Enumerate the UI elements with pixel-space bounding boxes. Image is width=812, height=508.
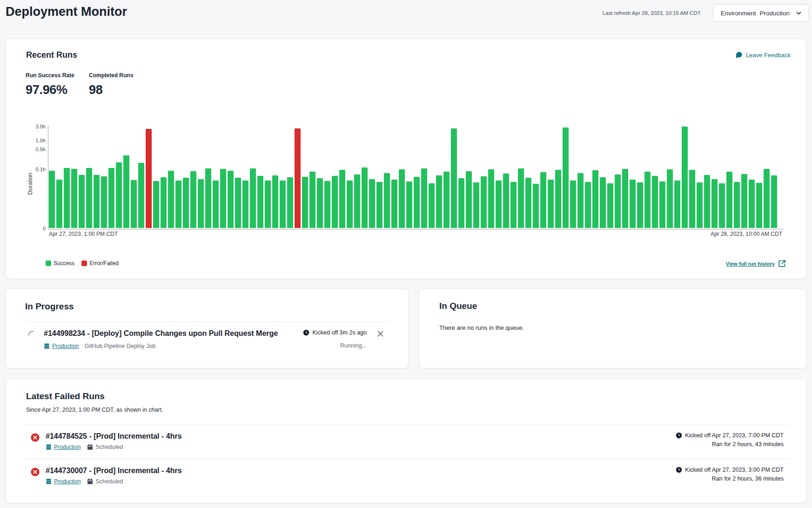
chart-bar-success [332, 176, 338, 228]
chart-bar-success [585, 182, 591, 228]
legend-item-success: Success [46, 260, 74, 267]
chart-bar-success [667, 169, 673, 228]
chart-bar-success [49, 171, 55, 228]
chart-bar-success [473, 182, 479, 228]
chart-bar-success [257, 176, 263, 228]
chart-bar-success [697, 182, 703, 228]
chart-bar-success [674, 180, 680, 228]
y-axis-line [48, 125, 48, 229]
chart-bar-success [652, 176, 658, 228]
in-progress-title: In Progress [25, 301, 74, 312]
chart-bar-success [734, 182, 740, 228]
chart-bar-error [295, 128, 301, 228]
deployment-monitor-page: Deployment Monitor Last refresh Apr 28, … [0, 0, 812, 508]
chart-bar-success [518, 168, 524, 228]
chart-bar-success [131, 180, 137, 228]
chart-bar-error [146, 129, 152, 228]
chart-bar-success [421, 168, 427, 228]
in-progress-card: In Progress #144998234 - [Deploy] Compil… [6, 288, 409, 368]
latest-failed-runs-card: Latest Failed Runs Since Apr 27, 2023, 1… [6, 379, 806, 503]
chart-bar-success [183, 178, 189, 228]
chart-bar-success [466, 171, 472, 228]
chart-bar-success [213, 180, 219, 228]
chart-bar-success [458, 178, 464, 228]
failed-status-icon [31, 468, 40, 476]
chart-bar-success [101, 176, 107, 228]
chart-bar-success [436, 175, 442, 228]
failed-status-icon [31, 433, 40, 442]
chart-bar-success [369, 179, 375, 228]
ran-for-text: Ran for 2 hours, 43 minutes [676, 441, 784, 448]
legend-success-label: Success [54, 260, 74, 267]
chart-bar-success [205, 168, 211, 228]
chart-bar-success [622, 169, 628, 228]
environment-stack-icon [44, 343, 50, 349]
chart-bar-success [749, 180, 755, 228]
environment-selector[interactable]: Environment Production [713, 4, 809, 22]
chart-bar-success [153, 181, 159, 228]
divider [25, 425, 789, 425]
chart-bar-success [540, 172, 546, 228]
chart-bar-success [577, 173, 584, 228]
clock-icon [676, 432, 682, 439]
chart-bar-success [689, 170, 695, 228]
chart-bar-success [280, 180, 286, 228]
chart-bar-success [711, 179, 718, 228]
chart-bar-success [86, 168, 92, 228]
chart-bar-success [190, 171, 196, 228]
chart-bar-success [391, 180, 397, 228]
chart-bar-success [287, 177, 293, 228]
chart-bar-success [414, 177, 420, 228]
chart-bar-success [198, 179, 204, 228]
chart-bar-success [406, 181, 412, 228]
in-queue-title: In Queue [439, 301, 477, 311]
duration-bar-chart: 3.0h1.0h0.5h0.1h0 [6, 39, 806, 279]
chart-bar-success [94, 175, 100, 228]
chart-bar-success [570, 180, 576, 228]
environment-selector-value: Production [759, 10, 790, 17]
y-tick-label: 0.5h [16, 147, 46, 152]
chart-bar-success [108, 168, 114, 228]
chart-bar-success [324, 181, 330, 228]
chart-bar-success [265, 180, 271, 228]
chart-bar-success [607, 183, 613, 228]
failed-run-row: #144784525 - [Prod] Incremental - 4hrs P… [31, 432, 784, 450]
chart-bar-success [548, 180, 554, 228]
chart-bar-success [496, 180, 502, 228]
chart-bar-success [309, 172, 315, 228]
run-title: #144730007 - [Prod] Incremental - 4hrs [46, 467, 182, 475]
view-full-run-history-link[interactable]: View full run history [726, 260, 786, 267]
failed-runs-title: Latest Failed Runs [26, 391, 105, 401]
chart-bar-success [123, 155, 129, 228]
chart-bar-success [726, 172, 732, 228]
queue-empty-message: There are no runs in the queue. [439, 324, 524, 331]
chart-bar-success [756, 183, 762, 228]
environment-stack-icon [46, 478, 52, 485]
x-axis-end-label: Apr 28, 2023, 10:00 AM CDT [711, 231, 782, 237]
page-title: Deployment Monitor [6, 5, 127, 19]
last-refresh-text: Last refresh Apr 28, 2023, 10:15 AM CDT [603, 10, 701, 16]
y-axis-label: Duration [27, 169, 34, 199]
chart-bar-success [235, 178, 241, 228]
clock-icon [303, 329, 309, 336]
chart-bar-success [630, 180, 636, 228]
spinner-icon [27, 330, 38, 341]
chart-bar-success [644, 172, 651, 228]
external-link-icon [778, 260, 786, 267]
chart-bar-success [399, 169, 405, 228]
chart-bar-success [481, 176, 487, 228]
trigger-text: Scheduled [95, 478, 123, 485]
legend-error-label: Error/Failed [89, 260, 119, 267]
chart-legend: Success Error/Failed [46, 260, 119, 267]
close-icon[interactable] [377, 330, 384, 337]
chart-bar-success [525, 178, 531, 228]
chart-bar-success [600, 177, 606, 228]
failed-runs-subtitle: Since Apr 27, 2023, 1:00 PM CDT, as show… [26, 407, 163, 413]
environment-link[interactable]: Production [54, 478, 81, 485]
chart-bar-success [592, 170, 598, 228]
y-tick-label: 0 [16, 226, 46, 231]
chart-bar-success [451, 128, 457, 228]
environment-link[interactable]: Production [54, 444, 81, 450]
environment-link[interactable]: Production [52, 343, 79, 349]
chart-bar-success [250, 168, 256, 228]
